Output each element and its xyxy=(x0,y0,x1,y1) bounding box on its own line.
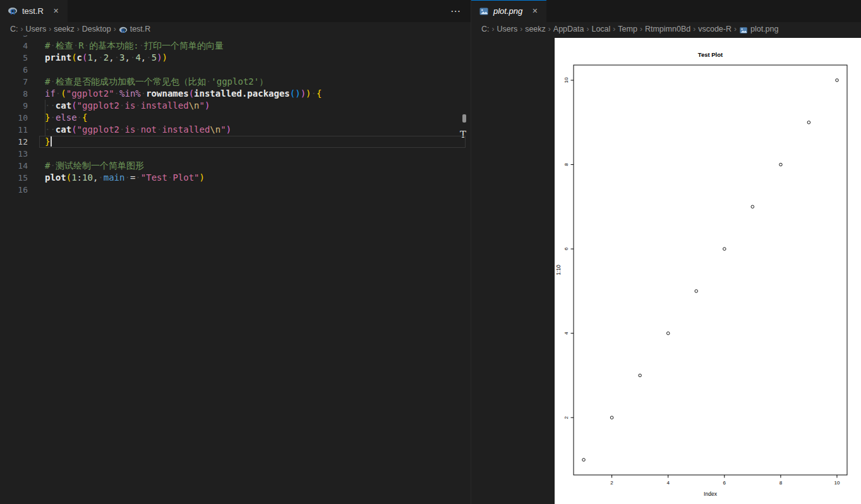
data-point xyxy=(695,290,698,293)
y-tick-label: 4 xyxy=(564,332,570,335)
breadcrumb-item[interactable]: plot.png xyxy=(750,25,778,33)
editor-group-left: R test.R ✕ ⋯ C:›Users›seekz›Desktop› Rte… xyxy=(0,0,471,504)
code-text: ··cat("ggplot2·is·installed\n") xyxy=(45,100,210,112)
close-icon[interactable]: ✕ xyxy=(52,6,60,16)
r-file-icon: R xyxy=(8,6,18,16)
code-text: if·("ggplot2"·%in%·rownames(installed.pa… xyxy=(45,88,322,100)
code-line-7[interactable]: 7#·检查是否能成功加载一个常见包（比如·'ggplot2'） xyxy=(0,76,471,88)
x-tick-label: 2 xyxy=(610,480,613,486)
active-tab-accent xyxy=(471,0,546,1)
breadcrumb-separator: › xyxy=(77,25,80,33)
breadcrumb-separator: › xyxy=(548,25,551,33)
data-point xyxy=(836,79,839,82)
image-preview[interactable]: Test Plot246810246810Index1:10 xyxy=(471,35,861,504)
code-line-5[interactable]: 5print(c(1,·2,·3,·4,·5)) xyxy=(0,52,471,64)
code-line-3[interactable]: 3 xyxy=(0,35,471,40)
breadcrumb-item[interactable]: Rtmpimn0Bd xyxy=(645,25,690,33)
code-line-8[interactable]: 8if·("ggplot2"·%in%·rownames(installed.p… xyxy=(0,88,471,100)
code-line-9[interactable]: 9··cat("ggplot2·is·installed\n") xyxy=(0,100,471,112)
tab-test-r[interactable]: R test.R ✕ xyxy=(0,0,68,22)
code-text: }·else·{ xyxy=(45,112,87,124)
text-cursor xyxy=(51,136,52,147)
breadcrumb-item[interactable]: test.R xyxy=(130,25,151,33)
breadcrumb-bar-left: C:›Users›seekz›Desktop› Rtest.R xyxy=(0,22,471,35)
breadcrumb-separator: › xyxy=(586,25,589,33)
breadcrumb-item[interactable]: Desktop xyxy=(82,25,111,33)
code-line-15[interactable]: 15plot(1:10,·main·=·"Test·Plot") xyxy=(0,172,471,184)
svg-text:R: R xyxy=(10,8,15,16)
code-line-10[interactable]: 10}·else·{ xyxy=(0,112,471,124)
svg-text:R: R xyxy=(121,28,126,34)
breadcrumb-item[interactable]: AppData xyxy=(553,25,584,33)
data-point xyxy=(723,248,726,251)
line-number: 4 xyxy=(0,40,28,52)
breadcrumb-separator: › xyxy=(21,25,23,33)
editor-actions-icon[interactable]: ⋯ xyxy=(450,0,461,22)
code-text: print(c(1,·2,·3,·4,·5)) xyxy=(45,52,167,64)
x-tick-label: 10 xyxy=(834,480,840,486)
code-text: #·检查是否能成功加载一个常见包（比如·'ggplot2'） xyxy=(45,76,268,88)
tab-bar-right: plot.png ✕ xyxy=(471,0,861,22)
code-line-11[interactable]: 11··cat("ggplot2·is·not·installed\n") xyxy=(0,124,471,136)
code-editor[interactable]: T 34#·检查·R·的基本功能:·打印一个简单的向量5print(c(1,·2… xyxy=(0,35,471,504)
breadcrumb-item[interactable]: C: xyxy=(481,25,490,33)
tab-label-test-r: test.R xyxy=(22,6,44,16)
tab-bar-left: R test.R ✕ ⋯ xyxy=(0,0,471,22)
r-logo-icon: R xyxy=(8,6,18,16)
current-line-highlight xyxy=(39,136,466,148)
image-icon xyxy=(479,6,489,16)
tab-plot-png[interactable]: plot.png ✕ xyxy=(471,0,546,22)
close-icon[interactable]: ✕ xyxy=(531,6,539,16)
line-number: 16 xyxy=(0,184,28,196)
breadcrumb-item[interactable]: C: xyxy=(10,25,18,33)
line-number: 7 xyxy=(0,76,28,88)
code-line-13[interactable]: 13 xyxy=(0,148,471,160)
x-tick-label: 6 xyxy=(723,480,726,486)
code-text: ··cat("ggplot2·is·not·installed\n") xyxy=(45,124,231,136)
line-number: 10 xyxy=(0,112,28,124)
breadcrumb-separator: › xyxy=(49,25,51,33)
breadcrumb-item[interactable]: Users xyxy=(497,25,518,33)
breadcrumb-bar-right: C:›Users›seekz›AppData›Local›Temp›Rtmpim… xyxy=(471,22,861,35)
data-point xyxy=(639,374,642,377)
y-tick-label: 8 xyxy=(564,163,570,166)
code-line-14[interactable]: 14#·测试绘制一个简单图形 xyxy=(0,160,471,172)
r-logo-icon: R xyxy=(119,26,128,35)
plot-image: Test Plot246810246810Index1:10 xyxy=(555,38,861,504)
code-text: #·检查·R·的基本功能:·打印一个简单的向量 xyxy=(45,40,224,52)
code-line-16[interactable]: 16 xyxy=(0,184,471,196)
data-point xyxy=(780,163,783,166)
breadcrumb-item[interactable]: Users xyxy=(26,25,47,33)
breadcrumb-separator: › xyxy=(492,25,495,33)
line-number: 13 xyxy=(0,148,28,160)
line-number: 9 xyxy=(0,100,28,112)
line-number: 5 xyxy=(0,52,28,64)
line-number: 8 xyxy=(0,88,28,100)
plot-box xyxy=(574,65,847,475)
breadcrumb-separator: › xyxy=(693,25,695,33)
plot-title: Test Plot xyxy=(698,51,723,58)
r-file-icon: R xyxy=(119,26,128,35)
breadcrumb-item[interactable]: vscode-R xyxy=(698,25,732,33)
breadcrumb-item[interactable]: seekz xyxy=(54,25,75,33)
data-point xyxy=(582,459,586,462)
x-axis-label: Index xyxy=(704,491,718,497)
code-text: } xyxy=(45,136,52,148)
x-tick-label: 8 xyxy=(780,480,783,486)
code-line-4[interactable]: 4#·检查·R·的基本功能:·打印一个简单的向量 xyxy=(0,40,471,52)
y-tick-label: 6 xyxy=(564,247,570,250)
breadcrumb-separator: › xyxy=(734,25,737,33)
editor-group-right: plot.png ✕ C:›Users›seekz›AppData›Local›… xyxy=(471,0,861,504)
image-file-icon xyxy=(479,6,489,16)
line-number: 11 xyxy=(0,124,28,136)
code-line-12[interactable]: 12} xyxy=(0,136,471,148)
breadcrumb-item[interactable]: Temp xyxy=(618,25,637,33)
image-file-icon xyxy=(739,26,748,35)
code-line-6[interactable]: 6 xyxy=(0,64,471,76)
breadcrumb-item[interactable]: seekz xyxy=(525,25,546,33)
line-number: 6 xyxy=(0,64,28,76)
breadcrumb-separator: › xyxy=(640,25,642,33)
x-tick-label: 4 xyxy=(666,480,670,486)
breadcrumb-item[interactable]: Local xyxy=(591,25,610,33)
y-tick-label: 2 xyxy=(564,416,570,419)
